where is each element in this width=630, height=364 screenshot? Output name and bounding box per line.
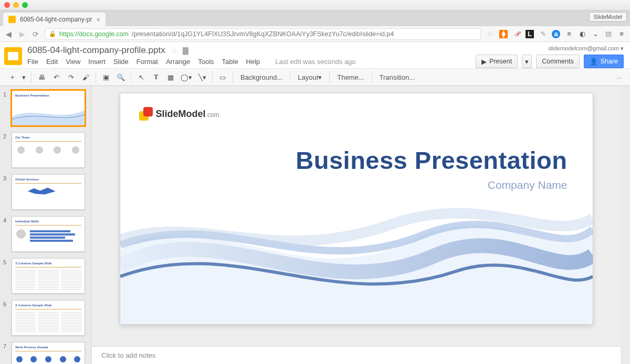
- url-path: /presentation/d/1qJG1YL4FlXU3SJrvmV8gKqX…: [132, 30, 394, 38]
- right-gutter: [621, 86, 630, 364]
- slide-thumb-4[interactable]: Individual Skills: [12, 216, 85, 252]
- line-icon[interactable]: ╲▾: [195, 70, 209, 84]
- menu-format[interactable]: Format: [136, 58, 158, 66]
- comment-icon[interactable]: ▭: [216, 70, 229, 84]
- menu-arrange[interactable]: Arrange: [166, 58, 190, 66]
- thumb-number: 1: [3, 90, 9, 98]
- slide-subtitle: Company Name: [296, 179, 567, 191]
- toolbar: ＋ ▾ 🖶 ↶ ↷ 🖌 ▣ 🔍 ↖ 𝐓 ▦ ◯▾ ╲▾ ▭ Background…: [0, 68, 630, 86]
- slide-thumb-5[interactable]: 3 Columns Sample Slide: [12, 258, 85, 294]
- last-edit-label: Last edit was seconds ago: [275, 58, 355, 66]
- new-slide-dropdown[interactable]: ▾: [20, 70, 28, 84]
- url-input[interactable]: 🔒 https://docs.google.com/presentation/d…: [45, 28, 481, 40]
- slide-thumb-1[interactable]: Business Presentation: [12, 90, 85, 126]
- slide-thumb-3[interactable]: Global Services: [12, 174, 85, 210]
- bookmark-star-icon[interactable]: ☆: [486, 30, 495, 38]
- select-tool-icon[interactable]: ↖: [134, 70, 148, 84]
- menu-help[interactable]: Help: [246, 58, 260, 66]
- textbox-icon[interactable]: 𝐓: [149, 70, 163, 84]
- canvas-scroll[interactable]: SlideModel.com Business Presentation Com…: [92, 86, 621, 346]
- speaker-notes-input[interactable]: Click to add notes: [92, 346, 621, 364]
- ext-pocket-icon[interactable]: ⌄: [591, 30, 600, 38]
- menu-tools[interactable]: Tools: [198, 58, 214, 66]
- play-icon: ▶: [481, 58, 487, 66]
- menu-bar: File Edit View Insert Slide Format Arran…: [27, 58, 476, 66]
- browser-tab[interactable]: 6085-04-light-company-pr ×: [3, 13, 106, 26]
- slide-thumb-6[interactable]: 3 Columns Sample Slide: [12, 300, 85, 336]
- slide-headline[interactable]: Business Presentation Company Name: [296, 146, 567, 191]
- new-slide-button[interactable]: ＋: [5, 70, 19, 84]
- theme-button[interactable]: Theme...: [333, 70, 368, 84]
- window-minimize-icon[interactable]: [13, 2, 19, 8]
- lock-icon: 🔒: [49, 30, 56, 37]
- window-zoom-icon[interactable]: [22, 2, 28, 8]
- browser-addressbar: ◀ ▶ ⟳ 🔒 https://docs.google.com/presenta…: [0, 26, 630, 42]
- doc-header: 6085-04-light-company-profile.pptx ☆ ▇ F…: [0, 42, 630, 68]
- browser-extension-icons: ☆ ⧫ 𝒫 L ✎ a ≡ ◐ ⌄ ▤ ≡: [486, 30, 626, 38]
- window-close-icon[interactable]: [4, 2, 10, 8]
- nav-reload-icon[interactable]: ⟳: [32, 30, 40, 38]
- slide-filmstrip[interactable]: 1 Business Presentation 2 Our Team 3 Glo…: [0, 86, 92, 364]
- slide-thumb-7[interactable]: Work Process Sample: [12, 342, 85, 364]
- undo-icon[interactable]: ↶: [49, 70, 63, 84]
- chrome-menu-icon[interactable]: ≡: [617, 30, 626, 38]
- transition-button[interactable]: Transition...: [375, 70, 419, 84]
- background-button[interactable]: Background...: [236, 70, 287, 84]
- doc-title[interactable]: 6085-04-light-company-profile.pptx: [27, 45, 165, 56]
- paint-format-icon[interactable]: 🖌: [79, 70, 92, 84]
- zoom-icon[interactable]: 🔍: [114, 70, 128, 84]
- slidemodel-logo: SlideModel.com: [139, 107, 219, 121]
- ext-pinterest-icon[interactable]: 𝒫: [512, 30, 521, 38]
- tab-close-icon[interactable]: ×: [96, 16, 100, 24]
- extension-badge[interactable]: SlideModel: [589, 12, 627, 22]
- shape-icon[interactable]: ◯▾: [178, 70, 194, 84]
- zoom-fit-icon[interactable]: ▣: [99, 70, 113, 84]
- slides-logo-icon[interactable]: [4, 47, 22, 65]
- slide-canvas[interactable]: SlideModel.com Business Presentation Com…: [120, 93, 593, 324]
- menu-view[interactable]: View: [66, 58, 80, 66]
- ext-l-icon[interactable]: L: [526, 30, 534, 38]
- menu-slide[interactable]: Slide: [113, 58, 129, 66]
- menu-table[interactable]: Table: [222, 58, 238, 66]
- logo-mark-icon: [139, 107, 153, 121]
- canvas-area: SlideModel.com Business Presentation Com…: [92, 86, 621, 364]
- print-icon[interactable]: 🖶: [35, 70, 48, 84]
- google-slides-app: 6085-04-light-company-profile.pptx ☆ ▇ F…: [0, 42, 630, 364]
- star-icon[interactable]: ☆: [171, 46, 177, 55]
- collapse-toolbar-icon[interactable]: ︿: [616, 73, 623, 82]
- image-icon[interactable]: ▦: [164, 70, 177, 84]
- comments-button[interactable]: Comments: [536, 55, 579, 68]
- redo-icon[interactable]: ↷: [64, 70, 78, 84]
- person-icon: 👤: [590, 58, 598, 66]
- ext-analytics-icon[interactable]: ⧫: [499, 30, 508, 38]
- menu-insert[interactable]: Insert: [88, 58, 106, 66]
- menu-edit[interactable]: Edit: [46, 58, 58, 66]
- layout-button[interactable]: Layout ▾: [293, 70, 326, 84]
- background-wave-graphic: [120, 176, 593, 324]
- ext-github-icon[interactable]: ◐: [578, 30, 586, 38]
- url-host: https://docs.google.com: [59, 30, 129, 38]
- workspace: 1 Business Presentation 2 Our Team 3 Glo…: [0, 86, 630, 364]
- user-email[interactable]: slidemodelcom@gmail.com ▾: [548, 45, 624, 52]
- slide-thumb-2[interactable]: Our Team: [12, 132, 85, 168]
- ext-page-icon[interactable]: ▤: [604, 30, 613, 38]
- share-button[interactable]: 👤Share: [584, 55, 624, 68]
- ext-buffer-icon[interactable]: ≡: [565, 30, 573, 38]
- slide-title: Business Presentation: [296, 146, 567, 175]
- menu-file[interactable]: File: [27, 58, 38, 66]
- nav-back-icon[interactable]: ◀: [4, 30, 13, 38]
- present-dropdown[interactable]: ▾: [522, 55, 532, 68]
- tab-title: 6085-04-light-company-pr: [20, 16, 92, 23]
- browser-tabstrip: 6085-04-light-company-pr × SlideModel: [0, 10, 630, 26]
- nav-forward-icon[interactable]: ▶: [18, 30, 26, 38]
- present-button[interactable]: ▶Present: [476, 55, 518, 68]
- folder-icon[interactable]: ▇: [183, 46, 188, 55]
- slides-favicon-icon: [8, 16, 16, 23]
- ext-a-icon[interactable]: a: [552, 30, 560, 38]
- ext-wand-icon[interactable]: ✎: [539, 30, 547, 38]
- mac-titlebar: [0, 0, 630, 10]
